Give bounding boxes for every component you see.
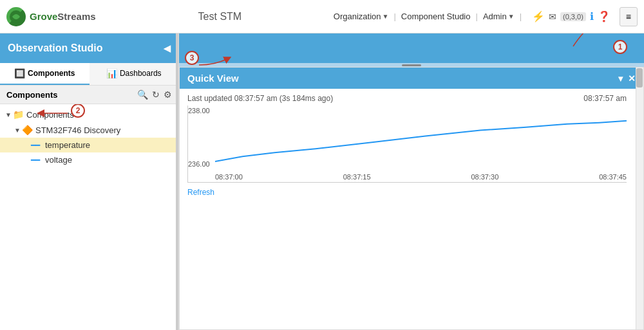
- tab-components[interactable]: 🔲 Components: [0, 63, 90, 85]
- stream-icon-temperature: ━━: [31, 141, 40, 150]
- organization-arrow: ▼: [383, 13, 389, 20]
- x-label-1: 08:37:15: [343, 173, 371, 181]
- annotation-1-arrow: [547, 33, 599, 53]
- folder-icon: 📁: [13, 109, 24, 120]
- chart-svg: [215, 105, 627, 169]
- tree-item-voltage[interactable]: ━━ voltage: [0, 152, 178, 167]
- content-top-panel: 1: [179, 33, 644, 63]
- annotation-2-arrow: [35, 105, 71, 125]
- badge-counter: (0,3,0): [560, 12, 586, 21]
- settings-icon[interactable]: ⚙: [164, 89, 172, 100]
- components-tab-label: Components: [28, 69, 75, 78]
- chart-y-max-label: 238.00: [188, 107, 210, 115]
- x-label-2: 08:37:30: [471, 173, 498, 181]
- x-label-3: 08:37:45: [599, 173, 627, 181]
- components-toolbar: Components 🔍 ↻ ⚙: [0, 86, 178, 104]
- components-tab-icon: 🔲: [14, 68, 25, 78]
- components-toolbar-title: Components: [6, 90, 57, 100]
- tree-item-components[interactable]: ▼ 📁 Components 2: [0, 107, 178, 122]
- top-nav: GroveStreams Test STM Organization ▼ | C…: [0, 0, 644, 33]
- tree-arrow-stm: ▼: [14, 127, 22, 134]
- tree-arrow-components: ▼: [5, 111, 13, 118]
- help-icon[interactable]: ❓: [598, 10, 611, 23]
- qv-last-updated: Last updated 08:37:57 am (3s 184ms ago): [187, 94, 333, 103]
- annotation-2: 2: [71, 104, 85, 118]
- nav-sep-2: |: [475, 12, 477, 21]
- nav-sep-1: |: [393, 12, 395, 21]
- hamburger-button[interactable]: ≡: [620, 7, 638, 26]
- search-icon[interactable]: 🔍: [137, 89, 148, 100]
- component-icon-stm: 🔶: [22, 125, 33, 135]
- chart-y-min-label: 236.00: [188, 160, 210, 168]
- tree-item-stm[interactable]: ▼ 🔶 STM32F746 Discovery: [0, 122, 178, 138]
- scrollbar-thumb[interactable]: [636, 68, 643, 87]
- sidebar-resize-handle[interactable]: [176, 33, 178, 330]
- refresh-icon[interactable]: ↻: [152, 89, 160, 100]
- logo-text: GroveStreams: [30, 11, 96, 22]
- qv-meta: Last updated 08:37:57 am (3s 184ms ago) …: [187, 94, 636, 103]
- component-tree: ▼ 📁 Components 2 ▼ 🔶 STM32F746 Discovery: [0, 104, 178, 330]
- logo-icon: [6, 7, 26, 26]
- tree-label-stm: STM32F746 Discovery: [35, 125, 120, 135]
- scrollbar[interactable]: [636, 68, 643, 329]
- x-label-0: 08:37:00: [215, 173, 243, 181]
- qv-timestamp: 08:37:57 am: [583, 94, 627, 103]
- tree-label-temperature: temperature: [45, 140, 90, 150]
- sidebar-toggle[interactable]: ◀: [164, 43, 171, 53]
- dashboards-tab-icon: 📊: [106, 68, 117, 78]
- nav-icons: ⚡ ✉ (0,3,0) ℹ ❓: [532, 10, 611, 23]
- quick-view-dropdown[interactable]: ▾: [618, 73, 623, 84]
- quick-view-header: Quick View ▾ ✕: [180, 68, 643, 89]
- tree-item-temperature[interactable]: ━━ temperature: [0, 138, 178, 152]
- nav-sep-3: |: [520, 12, 522, 21]
- quick-view-body: Last updated 08:37:57 am (3s 184ms ago) …: [180, 89, 643, 329]
- dashboards-tab-label: Dashboards: [120, 69, 162, 78]
- annotation-3-arrow: [199, 55, 238, 75]
- organization-menu[interactable]: Organization ▼: [334, 12, 389, 21]
- chart-x-labels: 08:37:00 08:37:15 08:37:30 08:37:45: [215, 173, 627, 181]
- sidebar: Observation Studio ◀ 🔲 Components 📊 Dash…: [0, 33, 179, 330]
- logo-area: GroveStreams: [6, 7, 106, 26]
- tab-dashboards[interactable]: 📊 Dashboards: [90, 63, 179, 85]
- stream-icon-voltage: ━━: [31, 156, 40, 165]
- content-area: 1 Quick View ▾ ✕ Last updat: [179, 33, 644, 330]
- bolt-icon[interactable]: ⚡: [532, 10, 545, 23]
- admin-menu[interactable]: Admin ▼: [483, 12, 515, 21]
- admin-arrow: ▼: [508, 13, 515, 20]
- tree-label-voltage: voltage: [45, 155, 72, 165]
- annotation-1: 1: [613, 40, 627, 54]
- main-layout: Observation Studio ◀ 🔲 Components 📊 Dash…: [0, 33, 644, 330]
- nav-links: Organization ▼ | Component Studio | Admi…: [334, 7, 638, 26]
- quick-view-close[interactable]: ✕: [628, 73, 636, 84]
- quick-view-panel: Quick View ▾ ✕ Last updated 08:37:57 am …: [179, 67, 644, 330]
- app-title: Test STM: [106, 11, 334, 23]
- sidebar-title: Observation Studio: [8, 42, 103, 54]
- component-studio-link[interactable]: Component Studio: [401, 12, 471, 21]
- info-icon[interactable]: ℹ: [590, 10, 594, 23]
- sidebar-header: Observation Studio ◀: [0, 33, 178, 63]
- refresh-link[interactable]: Refresh: [187, 185, 636, 199]
- toolbar-icons: 🔍 ↻ ⚙: [137, 89, 172, 100]
- quick-view-actions: ▾ ✕: [618, 73, 636, 84]
- annotation-3: 3: [185, 51, 199, 65]
- sidebar-tabs: 🔲 Components 📊 Dashboards 3: [0, 63, 178, 86]
- mail-icon[interactable]: ✉: [549, 12, 556, 22]
- chart-area: 238.00 236.00 08:37:00 08:37:15 08:37:30…: [187, 105, 627, 183]
